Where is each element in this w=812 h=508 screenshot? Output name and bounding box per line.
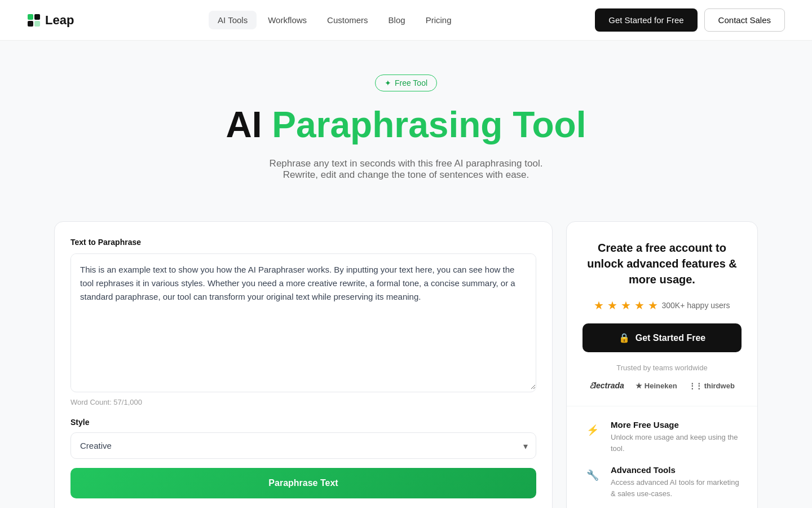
feature-usage-icon: ⚡ xyxy=(582,420,603,440)
svg-rect-1 xyxy=(34,14,40,20)
brand-logos: ℰlectrada ★ Heineken ⋮⋮ thirdweb xyxy=(582,381,742,390)
thirdweb-text: thirdweb xyxy=(704,382,735,390)
word-count: Word Count: 57/1,000 xyxy=(70,398,536,406)
nav-contact-sales-button[interactable]: Contact Sales xyxy=(704,8,785,32)
divider xyxy=(567,406,757,406)
badge-icon: ✦ xyxy=(385,78,391,87)
feature-tools-title: Advanced Tools xyxy=(611,465,742,475)
happy-users-count: 300K+ happy users xyxy=(661,301,730,310)
feature-usage-content: More Free Usage Unlock more usage and ke… xyxy=(611,420,742,454)
badge-text: Free Tool xyxy=(395,78,427,87)
paraphrase-input[interactable] xyxy=(71,254,536,389)
style-select-wrapper: Creative Standard Formal Fluency Academi… xyxy=(70,432,536,459)
heineken-text: Heineken xyxy=(645,382,677,390)
cta-heading: Create a free account to unlock advanced… xyxy=(582,240,742,287)
feature-usage-desc: Unlock more usage and keep using the too… xyxy=(611,432,742,454)
heineken-star-icon: ★ xyxy=(636,382,642,390)
logo-icon xyxy=(27,14,41,27)
electrada-icon: ℰlectrada xyxy=(589,381,624,390)
feature-more-usage: ⚡ More Free Usage Unlock more usage and … xyxy=(582,420,742,454)
nav-customers[interactable]: Customers xyxy=(318,11,377,29)
left-panel: Text to Paraphrase Word Count: 57/1,000 … xyxy=(54,221,553,508)
star-5: ★ xyxy=(648,299,658,312)
hero-title-black: AI xyxy=(226,104,262,145)
brand-electrada: ℰlectrada xyxy=(589,381,624,390)
brand-heineken: ★ Heineken xyxy=(636,382,677,390)
nav-blog[interactable]: Blog xyxy=(379,11,414,29)
textarea-wrapper xyxy=(70,253,536,392)
trusted-label: Trusted by teams worldwide xyxy=(582,364,742,372)
svg-rect-2 xyxy=(28,21,33,27)
hero-section: ✦ Free Tool AI Paraphrasing Tool Rephras… xyxy=(0,41,812,203)
feature-tools-content: Advanced Tools Access advanced AI tools … xyxy=(611,465,742,499)
nav-pricing[interactable]: Pricing xyxy=(417,11,461,29)
lock-icon: 🔒 xyxy=(619,332,630,343)
logo-text: Leap xyxy=(45,13,74,28)
style-label: Style xyxy=(70,418,536,427)
hero-title-green: Paraphrasing Tool xyxy=(272,104,586,145)
nav-ai-tools[interactable]: AI Tools xyxy=(209,11,257,29)
get-started-label: Get Started Free xyxy=(636,333,705,343)
right-panel: Create a free account to unlock advanced… xyxy=(566,221,758,508)
nav-links: AI Tools Workflows Customers Blog Pricin… xyxy=(209,11,460,29)
feature-advanced-tools: 🔧 Advanced Tools Access advanced AI tool… xyxy=(582,465,742,499)
brand-thirdweb: ⋮⋮ thirdweb xyxy=(689,382,735,390)
main-content: Text to Paraphrase Word Count: 57/1,000 … xyxy=(27,203,785,508)
nav-get-started-button[interactable]: Get Started for Free xyxy=(595,8,697,32)
text-label: Text to Paraphrase xyxy=(70,238,536,247)
feature-usage-title: More Free Usage xyxy=(611,420,742,430)
star-1: ★ xyxy=(594,299,604,312)
hero-subtitle-line2: Rewrite, edit and change the tone of sen… xyxy=(27,169,785,181)
nav-actions: Get Started for Free Contact Sales xyxy=(595,8,785,32)
star-4: ★ xyxy=(634,299,645,312)
feature-tools-icon: 🔧 xyxy=(582,465,603,485)
svg-rect-3 xyxy=(34,21,40,27)
hero-title: AI Paraphrasing Tool xyxy=(27,105,785,144)
free-tool-badge: ✦ Free Tool xyxy=(375,75,437,91)
paraphrase-button[interactable]: Paraphrase Text xyxy=(70,468,536,498)
get-started-button[interactable]: 🔒 Get Started Free xyxy=(582,323,742,352)
thirdweb-icon: ⋮⋮ xyxy=(689,382,702,390)
nav-logo[interactable]: Leap xyxy=(27,13,74,28)
feature-tools-desc: Access advanced AI tools for marketing &… xyxy=(611,477,742,499)
stars-row: ★ ★ ★ ★ ★ 300K+ happy users xyxy=(582,299,742,312)
star-2: ★ xyxy=(607,299,617,312)
svg-rect-0 xyxy=(28,14,33,20)
nav-workflows[interactable]: Workflows xyxy=(259,11,316,29)
hero-subtitle-line1: Rephrase any text in seconds with this f… xyxy=(27,158,785,169)
style-select[interactable]: Creative Standard Formal Fluency Academi… xyxy=(71,433,536,458)
navbar: Leap AI Tools Workflows Customers Blog P… xyxy=(0,0,812,41)
star-3: ★ xyxy=(621,299,631,312)
